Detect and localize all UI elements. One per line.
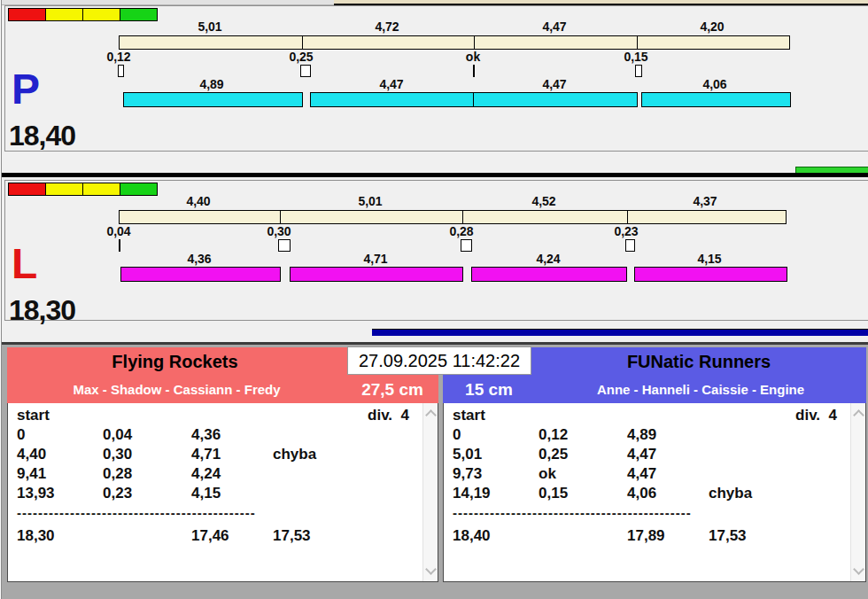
window-left-edge-line: [1, 0, 2, 599]
totals-separator: ----------------------------------------…: [8, 503, 438, 523]
result-cell: 0,23: [103, 484, 191, 503]
division-label: div. 4: [795, 406, 837, 425]
result-cell: 4,06: [627, 484, 709, 503]
result-cell: [709, 464, 865, 484]
result-cell: 4,47: [627, 445, 709, 464]
result-cell: 4,15: [191, 484, 273, 503]
exchange-time-label: 0,04: [106, 224, 130, 238]
result-cell: 0,12: [539, 425, 627, 445]
result-cell: 4,24: [191, 464, 273, 484]
exchange-mark-box: [300, 65, 311, 77]
bar-divider: [302, 36, 303, 49]
split-bar: [119, 35, 790, 50]
table-scrollbar[interactable]: [422, 403, 438, 581]
result-cell: 0: [17, 425, 103, 445]
total-cell: 17,89: [627, 526, 709, 546]
leg-bar-segment: [473, 92, 638, 107]
exchange-mark-tick: [473, 65, 475, 77]
total-cell: 18,40: [453, 526, 539, 546]
lane-panel-l: L 18,30 4,405,014,524,370,040,300,280,23…: [4, 180, 868, 321]
exchange-time-label: 0,12: [106, 50, 130, 64]
team-members: Max - Shadow - Cassiann - Fredy: [7, 382, 346, 397]
result-cell: 4,47: [627, 464, 709, 484]
leg-bar-segment: [641, 92, 791, 107]
blue-progress-bar: [372, 329, 868, 336]
exchange-mark-box: [635, 65, 642, 77]
handicap-label: 27,5 cm: [346, 380, 438, 400]
scroll-down-icon[interactable]: [425, 564, 437, 575]
lane-panel-p: P 18,40 5,014,724,474,200,120,25ok0,154,…: [4, 5, 868, 152]
exchange-time-label: 0,30: [267, 224, 291, 238]
exchange-time-label: 0,28: [449, 224, 473, 238]
team-panel-right: FUNatic Runners 15 cm Anne - Hanneli - C…: [443, 347, 866, 582]
team-name: Flying Rockets: [7, 352, 343, 372]
result-cell: [273, 484, 438, 503]
leg-bar-segment: [120, 267, 281, 282]
team-subheader: Max - Shadow - Cassiann - Fredy 27,5 cm: [7, 376, 438, 403]
totals-row: 18,4017,8917,53: [444, 526, 865, 546]
leg-time-label: 4,24: [536, 252, 560, 266]
exchange-mark-box: [278, 239, 291, 252]
result-cell: [273, 464, 438, 484]
bar-divider: [462, 211, 463, 223]
exchange-time-label: 0,25: [289, 50, 313, 64]
result-cell: 4,40: [17, 445, 103, 464]
scroll-up-icon[interactable]: [425, 409, 437, 421]
start-label: start: [17, 407, 50, 424]
leg-time-label: 4,71: [363, 252, 387, 266]
total-cell: [539, 526, 627, 546]
exchange-time-label: 0,23: [614, 224, 638, 238]
result-cell: 9,73: [453, 464, 539, 484]
team-panel-left: Flying Rockets Max - Shadow - Cassiann -…: [7, 347, 438, 582]
result-cell: 4,89: [627, 425, 709, 445]
start-label: start: [453, 407, 485, 424]
bar-divider: [637, 36, 638, 49]
split-time-label: 4,40: [186, 194, 210, 208]
table-rows: 00,124,895,010,254,479,73ok4,4714,190,15…: [444, 425, 865, 546]
total-cell: 17,53: [273, 526, 438, 546]
scroll-up-icon[interactable]: [853, 409, 864, 421]
split-time-label: 4,37: [693, 194, 717, 208]
exchange-mark-box: [118, 65, 124, 77]
lane-separator-line: [0, 173, 868, 177]
results-table: start div. 4 00,124,895,010,254,479,73ok…: [443, 403, 866, 582]
result-cell: 14,19: [453, 484, 539, 503]
exchange-time-label: 0,15: [624, 50, 647, 64]
table-scrollbar[interactable]: [850, 403, 865, 581]
result-cell: chyba: [709, 484, 865, 503]
handicap-label: 15 cm: [443, 380, 535, 400]
leg-time-label: 4,47: [379, 77, 403, 91]
result-cell: 0,15: [539, 484, 627, 503]
results-section: Flying Rockets Max - Shadow - Cassiann -…: [0, 342, 868, 599]
result-row: 00,044,36: [8, 425, 438, 445]
split-time-label: 5,01: [198, 19, 221, 34]
table-header-row: start div. 4: [8, 406, 438, 425]
total-cell: 18,30: [17, 526, 103, 546]
leg-bar-segment: [123, 92, 303, 107]
leg-time-label: 4,36: [187, 252, 211, 266]
total-cell: [103, 526, 191, 546]
result-row: 00,124,89: [444, 425, 865, 445]
bar-divider: [627, 211, 628, 223]
result-row: 9,410,284,24: [8, 464, 438, 484]
result-row: 14,190,154,06chyba: [444, 484, 865, 503]
table-header-row: start div. 4: [444, 406, 865, 425]
result-cell: 9,41: [17, 464, 103, 484]
split-time-label: 5,01: [358, 194, 382, 208]
scroll-down-icon[interactable]: [853, 564, 864, 575]
result-cell: 0,04: [103, 425, 191, 445]
result-row: 13,930,234,15: [8, 484, 438, 503]
result-cell: 0,25: [539, 445, 627, 464]
leg-time-label: 4,47: [542, 77, 566, 91]
result-cell: 0: [453, 425, 539, 445]
totals-row: 18,3017,4617,53: [8, 526, 438, 546]
exchange-mark-tick: [119, 239, 120, 252]
team-members: Anne - Hanneli - Caissie - Engine: [535, 382, 866, 397]
result-cell: [273, 425, 438, 445]
exchange-mark-box: [461, 239, 472, 252]
exchange-mark-box: [625, 239, 635, 252]
split-time-label: 4,47: [542, 19, 566, 34]
leg-bar-segment: [310, 92, 475, 107]
lane-split-bars: 5,014,724,474,200,120,25ok0,154,894,474,…: [5, 6, 868, 151]
table-rows: 00,044,364,400,304,71chyba9,410,284,2413…: [8, 425, 438, 546]
